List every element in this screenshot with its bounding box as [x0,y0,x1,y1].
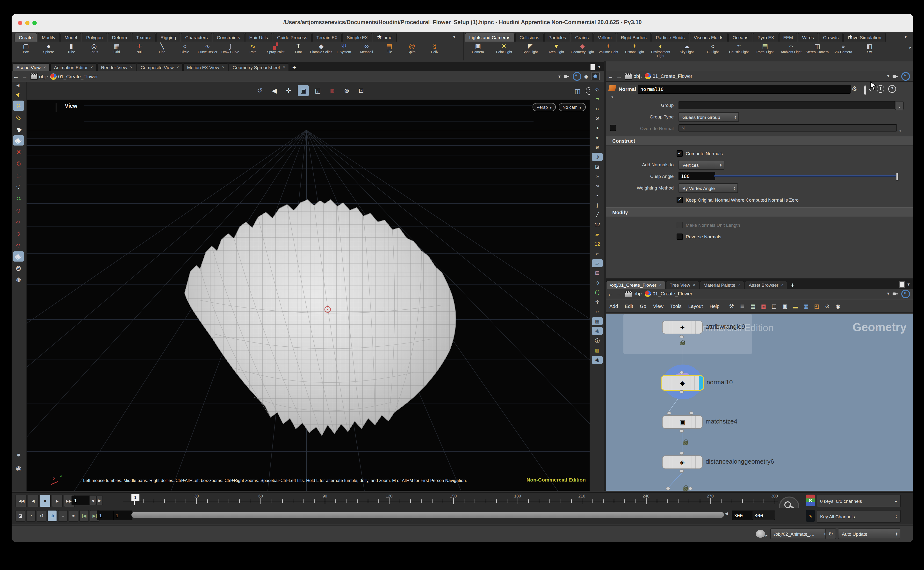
path-root[interactable]: obj [633,74,640,79]
forward-icon[interactable]: → [20,73,29,80]
shelf-tool[interactable]: ✛ Null [128,41,151,60]
shelf-tool[interactable]: ◆ Platonic Solids [310,41,332,60]
section-construct[interactable]: Construct [606,136,913,146]
radial-menu-icon[interactable] [572,72,581,81]
shelf-tool[interactable]: ▞ Spray Paint [264,41,287,60]
pane-divider[interactable] [604,61,606,491]
display-option-icon[interactable]: ▱ [592,95,603,103]
viewport-tool-icon[interactable]: ⊛ [341,85,352,96]
toolbar-tool-icon[interactable]: ∩ [13,228,24,238]
shelf-tab[interactable]: Guide Process [273,33,312,41]
keep-original-checkbox[interactable]: ✓ [676,197,683,203]
close-tab-icon[interactable]: × [222,65,224,70]
node-input-connector[interactable] [679,371,684,374]
display-option-icon[interactable]: ( ) [592,288,603,296]
node-output-connector[interactable] [679,469,684,473]
menu-item[interactable]: Layout [685,303,706,309]
pane-tab[interactable]: Tree View × [666,281,699,289]
playbar-option-icon[interactable]: ≈ [69,510,78,522]
playbar-option-icon[interactable]: ≡ [58,510,68,522]
toolbar-tool-icon[interactable]: ▭ [13,112,24,122]
display-flag[interactable] [699,376,703,390]
viewport-tool-icon[interactable]: ◙ [327,85,338,96]
gear-icon[interactable]: ⚙ [852,85,857,92]
back-icon[interactable]: ← [606,73,615,80]
display-option-icon[interactable]: ∞ [592,182,603,190]
shelf-tool[interactable]: ☀ Point Light [491,41,517,60]
shelf-tool[interactable]: ☀ Distant Light [621,41,647,60]
viewport-3d[interactable]: View Persp No cam Non-Commercial Edition… [26,100,590,491]
shelf-tab[interactable]: Model [60,33,81,41]
shelf-tool[interactable]: ◌ Ambient Light [778,41,804,60]
menubar-icon[interactable]: ◉ [834,302,842,310]
display-option-icon[interactable]: ▥ [592,346,603,354]
menu-item[interactable]: Help [706,303,723,309]
node-input-connector[interactable] [688,487,693,490]
path-node[interactable]: 01_Create_Flower [653,74,693,79]
scene-root-icon[interactable] [625,290,632,297]
close-tab-icon[interactable]: × [693,283,695,287]
substep-back-button[interactable]: ◀ [89,496,96,505]
shelf-tool[interactable]: T Font [287,41,310,60]
add-shelf-tab-button[interactable]: + [375,33,384,40]
group-dropdown-icon[interactable] [895,101,904,110]
shelf-tab[interactable]: Wires [798,33,818,41]
display-option-icon[interactable]: 12 [592,240,603,248]
path-root[interactable]: obj [633,291,640,296]
menubar-icon[interactable]: ◰ [813,302,821,310]
toolbar-tool-icon[interactable]: ◍ [13,263,24,273]
menubar-icon[interactable]: ▦ [802,302,810,310]
display-material-icon[interactable]: ● [13,450,24,460]
shelf-tab[interactable]: Rigging [156,33,180,41]
forward-icon[interactable]: → [615,73,623,80]
layout-presets-icon[interactable]: ◫ [572,86,583,96]
close-tab-icon[interactable]: × [738,283,740,287]
node-input-connector[interactable] [666,487,670,490]
camera-select-button[interactable]: No cam [558,103,586,111]
shelf-tool[interactable]: ◫ Stereo Camera [804,41,830,60]
shelf-tool[interactable]: ▦ Grid [106,41,128,60]
display-option-icon[interactable]: ◉ [592,327,603,335]
pane-tab[interactable]: Animation Editor × [50,63,96,71]
close-tab-icon[interactable]: × [130,65,132,70]
pane-maximize-icon[interactable] [900,281,905,288]
shelf-tool[interactable]: @ Spiral [401,41,423,60]
shelf-tool[interactable]: ○ Circle [173,41,196,60]
shelf-tool[interactable]: ◤ Spot Light [517,41,543,60]
shelf-tab[interactable]: Grains [571,33,593,41]
close-tab-icon[interactable]: × [283,65,285,70]
path-node[interactable]: 01_Create_Flower [58,74,98,79]
shelf-tab[interactable]: Terrain FX [312,33,342,41]
scene-root-icon[interactable] [31,73,38,80]
menu-item[interactable]: Edit [621,303,636,309]
playbar-option-icon[interactable]: ↺ [37,510,46,522]
pane-tab[interactable]: Composite View × [137,63,183,71]
close-tab-icon[interactable]: × [90,65,93,70]
toolbar-tool-icon[interactable]: ✛ [13,193,24,204]
display-option-icon[interactable]: ▱ [592,259,603,267]
scoped-channels-icon[interactable]: S [806,495,815,506]
menubar-icon[interactable]: ▬ [792,302,799,310]
toolbar-tool-icon[interactable]: ▣ [13,135,24,146]
pane-tab[interactable]: Render View × [97,63,136,71]
shelf-tool[interactable]: ∿ Curve Bezier [196,41,219,60]
shelf-tab[interactable]: Characters [181,33,212,41]
transport-button[interactable]: |◀◀ [15,495,27,507]
toolbar-tool-icon[interactable]: ◙ [13,274,24,285]
shelf-tool[interactable]: ☁ Sky Light [674,41,700,60]
shelf-tool[interactable]: ∫ Draw Curve [219,41,242,60]
persp-button[interactable]: Persp [532,103,556,111]
pin-pane-icon[interactable] [892,291,898,297]
search-icon[interactable] [864,85,866,95]
playbar-option-icon[interactable]: ◔ [26,510,36,522]
normal-node-icon[interactable] [608,85,616,91]
toolbar-tool-icon[interactable]: ∴ [13,182,24,192]
node-output-connector[interactable] [679,390,684,394]
radial-menu-icon[interactable] [901,72,910,81]
shelf-tool[interactable]: ▤ File [378,41,401,60]
flower-mesh[interactable] [171,194,471,445]
node-name-field[interactable]: normal10 [638,84,851,94]
menu-item[interactable]: Tools [667,303,685,309]
shelf-tab[interactable]: Crowds [818,33,843,41]
viewport-tool-icon[interactable]: ◱ [312,85,323,96]
